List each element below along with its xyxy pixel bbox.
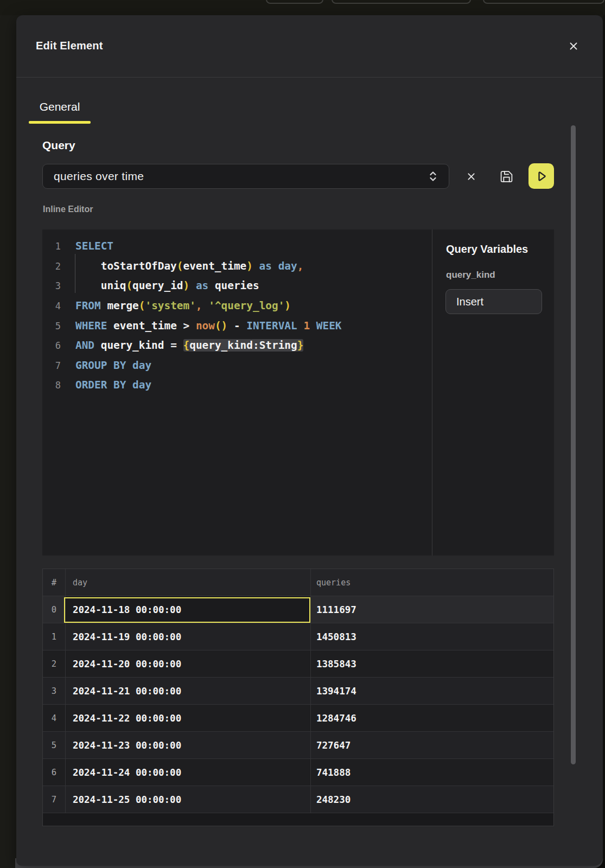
query-select[interactable]: queries over time bbox=[42, 164, 449, 189]
code-token bbox=[297, 320, 304, 332]
code-token: WEEK bbox=[316, 320, 342, 332]
row-index[interactable]: 5 bbox=[43, 732, 66, 759]
insert-variable-button[interactable]: Insert bbox=[445, 289, 542, 314]
column-header-index[interactable]: # bbox=[43, 569, 66, 596]
table-cell-day[interactable]: 2024-11-20 00:00:00 bbox=[66, 650, 311, 678]
table-cell-queries[interactable]: 727647 bbox=[311, 732, 553, 759]
line-number: 7 bbox=[42, 356, 61, 376]
code-token: query_id bbox=[132, 279, 183, 292]
code-line-6: 6AND query_kind = {query_kind:String} bbox=[42, 336, 432, 356]
column-header-queries[interactable]: queries bbox=[311, 569, 553, 596]
background-toolbar-button-3[interactable] bbox=[483, 0, 604, 4]
close-icon[interactable] bbox=[565, 38, 582, 54]
code-token bbox=[75, 260, 101, 272]
code-token bbox=[126, 379, 132, 391]
results-table-footer bbox=[43, 813, 553, 826]
row-index[interactable]: 0 bbox=[43, 596, 66, 623]
code-token: toStartOfDay bbox=[101, 260, 177, 272]
line-number: 3 bbox=[42, 276, 61, 296]
code-token bbox=[189, 279, 196, 292]
code-token bbox=[75, 279, 101, 292]
code-token: 'system' bbox=[145, 299, 195, 312]
run-query-button[interactable] bbox=[528, 163, 554, 189]
code-token bbox=[310, 320, 316, 332]
code-token: day bbox=[132, 359, 151, 372]
modal-scrollbar-thumb[interactable] bbox=[571, 125, 576, 764]
clear-query-button[interactable] bbox=[463, 169, 479, 184]
code-token bbox=[177, 320, 183, 332]
code-token: as bbox=[259, 260, 272, 272]
code-token: event_time bbox=[113, 320, 177, 332]
table-cell-day[interactable]: 2024-11-21 00:00:00 bbox=[66, 678, 311, 705]
row-index[interactable]: 1 bbox=[43, 623, 66, 650]
table-cell-day[interactable]: 2024-11-19 00:00:00 bbox=[66, 623, 311, 650]
column-header-day[interactable]: day bbox=[66, 569, 311, 596]
row-index[interactable]: 4 bbox=[43, 705, 66, 732]
row-index[interactable]: 6 bbox=[43, 759, 66, 786]
save-icon[interactable] bbox=[498, 168, 515, 185]
code-token: FROM bbox=[75, 299, 101, 312]
code-token: query_kind:String bbox=[189, 339, 297, 352]
background-toolbar-button-2[interactable] bbox=[332, 0, 471, 4]
variable-token-highlight: {query_kind:String} bbox=[183, 339, 304, 352]
code-token: SELECT bbox=[75, 240, 113, 252]
results-table: #dayqueries02024-11-18 00:00:00111169712… bbox=[42, 569, 554, 826]
code-token bbox=[189, 320, 196, 332]
row-index[interactable]: 2 bbox=[43, 650, 66, 678]
background-toolbar-button-1[interactable] bbox=[266, 0, 323, 4]
line-number: 4 bbox=[42, 296, 61, 316]
line-number: 8 bbox=[42, 375, 61, 395]
table-cell-queries[interactable]: 1111697 bbox=[311, 596, 553, 623]
code-token: day bbox=[132, 379, 151, 391]
code-token: day bbox=[278, 260, 297, 272]
code-token: WHERE bbox=[75, 320, 107, 332]
code-token: as bbox=[196, 279, 208, 292]
table-cell-queries[interactable]: 1284746 bbox=[311, 705, 553, 732]
code-token: event_time bbox=[183, 260, 246, 272]
code-line-8: 8ORDER BY day bbox=[42, 375, 432, 395]
indent-guide bbox=[75, 254, 75, 293]
table-cell-queries[interactable]: 741888 bbox=[311, 759, 553, 786]
line-number: 6 bbox=[42, 336, 61, 356]
table-cell-queries[interactable]: 1394174 bbox=[311, 678, 553, 705]
tab-active-underline bbox=[29, 121, 91, 124]
code-token: INTERVAL bbox=[246, 320, 297, 332]
code-token bbox=[227, 320, 234, 332]
table-cell-day[interactable]: 2024-11-22 00:00:00 bbox=[66, 705, 311, 732]
table-cell-day[interactable]: 2024-11-23 00:00:00 bbox=[66, 732, 311, 759]
table-cell-queries[interactable]: 248230 bbox=[311, 786, 553, 813]
code-token bbox=[126, 359, 132, 372]
code-token: BY bbox=[113, 359, 126, 372]
code-token: ) bbox=[246, 260, 253, 272]
code-token bbox=[202, 299, 209, 312]
code-token bbox=[240, 320, 247, 332]
inline-editor-label: Inline Editor bbox=[43, 205, 93, 214]
code-line-2: 2 toStartOfDay(event_time) as day, bbox=[42, 257, 432, 277]
table-cell-day[interactable]: 2024-11-24 00:00:00 bbox=[66, 759, 311, 786]
line-number: 1 bbox=[42, 237, 61, 257]
code-token: ( bbox=[126, 279, 132, 292]
play-icon bbox=[536, 170, 547, 182]
code-token: } bbox=[297, 339, 304, 352]
code-token bbox=[107, 359, 113, 372]
code-line-1: 1SELECT bbox=[42, 237, 432, 257]
code-token: GROUP bbox=[75, 359, 107, 372]
code-token: ) bbox=[284, 299, 291, 312]
code-token bbox=[107, 379, 113, 391]
code-line-7: 7GROUP BY day bbox=[42, 356, 432, 376]
line-number: 5 bbox=[42, 316, 61, 336]
sql-editor[interactable]: 1SELECT2 toStartOfDay(event_time) as day… bbox=[42, 229, 554, 556]
table-cell-day[interactable]: 2024-11-18 00:00:00 bbox=[66, 596, 311, 623]
table-cell-queries[interactable]: 1385843 bbox=[311, 650, 553, 678]
table-cell-day[interactable]: 2024-11-25 00:00:00 bbox=[66, 786, 311, 813]
code-token: > bbox=[183, 320, 190, 332]
dialog-header: Edit Element bbox=[16, 15, 603, 78]
code-token: '^query_log' bbox=[208, 299, 284, 312]
code-token: queries bbox=[215, 279, 259, 292]
row-index[interactable]: 3 bbox=[43, 678, 66, 705]
row-index[interactable]: 7 bbox=[43, 786, 66, 813]
tab-general[interactable]: General bbox=[29, 94, 91, 119]
edit-element-dialog: Edit Element General Query queries over … bbox=[16, 15, 603, 866]
table-cell-queries[interactable]: 1450813 bbox=[311, 623, 553, 650]
query-variables-title: Query Variables bbox=[446, 243, 528, 256]
